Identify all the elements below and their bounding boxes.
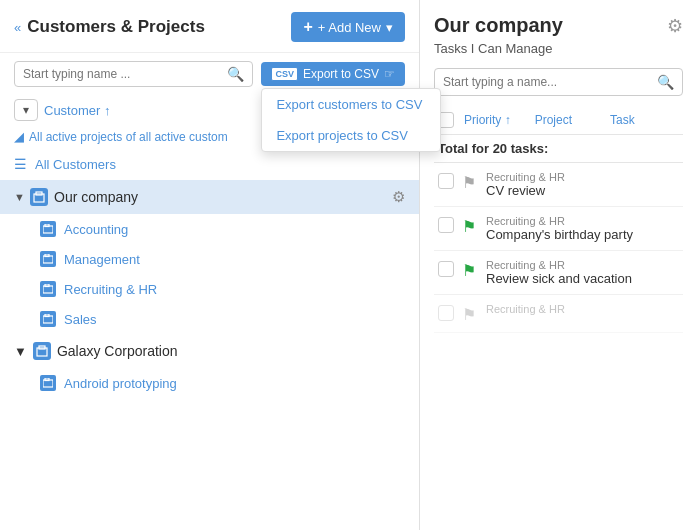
tree-container: ☰ All Customers ▼ Our company ⚙ Accounti… — [0, 148, 419, 530]
task-info: Recruiting & HR — [486, 303, 679, 315]
our-company-row[interactable]: ▼ Our company ⚙ — [0, 180, 419, 214]
svg-rect-7 — [45, 284, 49, 287]
search-export-row: 🔍 CSV Export to CSV ☞ Export customers t… — [0, 53, 419, 95]
svg-rect-3 — [45, 224, 49, 227]
flag-icon: ⚑ — [462, 217, 478, 236]
customer-filter[interactable]: Customer ↑ — [44, 103, 110, 118]
flag-green-icon: ⚑ — [462, 262, 476, 279]
export-customers-item[interactable]: Export customers to CSV — [262, 89, 440, 120]
search-box[interactable]: 🔍 — [14, 61, 253, 87]
right-subtitle: Tasks I Can Manage — [434, 41, 683, 56]
recruiting-label: Recruiting & HR — [64, 282, 157, 297]
export-csv-button[interactable]: CSV Export to CSV ☞ — [261, 62, 405, 86]
task-name: CV review — [486, 183, 679, 198]
left-panel: « Customers & Projects + + Add New ▾ 🔍 C… — [0, 0, 420, 530]
priority-column-header[interactable]: Priority ↑ — [464, 113, 511, 127]
android-project-row[interactable]: Android prototyping — [0, 368, 419, 398]
task-name: Company's birthday party — [486, 227, 679, 242]
right-gear-button[interactable]: ⚙ — [667, 15, 683, 37]
table-header: Priority ↑ Project Task — [434, 106, 683, 135]
sales-project-row[interactable]: Sales — [0, 304, 419, 334]
management-project-row[interactable]: Management — [0, 244, 419, 274]
table-row: ⚑ Recruiting & HR Review sick and vacati… — [434, 251, 683, 295]
table-row: ⚑ Recruiting & HR — [434, 295, 683, 333]
svg-rect-9 — [45, 314, 49, 317]
svg-rect-5 — [45, 254, 49, 257]
project-icon — [40, 251, 56, 267]
search-input[interactable] — [23, 67, 227, 81]
galaxy-company-name: Galaxy Corporation — [57, 343, 405, 359]
project-icon — [40, 281, 56, 297]
funnel-icon: ◢ — [14, 129, 24, 144]
search-icon: 🔍 — [657, 74, 674, 90]
total-row: Total for 20 tasks: — [434, 135, 683, 163]
company-gear-button[interactable]: ⚙ — [392, 188, 405, 206]
task-project: Recruiting & HR — [486, 215, 679, 227]
customer-filter-label: Customer ↑ — [44, 103, 110, 118]
caret-icon: ▼ — [14, 191, 24, 203]
chevron-down-icon: ▾ — [23, 103, 29, 117]
flag-normal-icon: ⚑ — [462, 306, 476, 323]
project-column-header[interactable]: Project — [535, 113, 572, 127]
csv-badge: CSV — [271, 67, 298, 81]
project-icon — [40, 311, 56, 327]
right-panel: Our company ⚙ Tasks I Can Manage 🔍 Prior… — [420, 0, 697, 530]
sales-label: Sales — [64, 312, 97, 327]
task-project: Recruiting & HR — [486, 259, 679, 271]
task-checkbox[interactable] — [438, 305, 454, 321]
export-csv-container: CSV Export to CSV ☞ Export customers to … — [261, 62, 405, 86]
collapse-icon[interactable]: « — [14, 20, 21, 35]
task-info: Recruiting & HR Review sick and vacation — [486, 259, 679, 286]
export-dropdown-menu: Export customers to CSV Export projects … — [261, 88, 441, 152]
task-project: Recruiting & HR — [486, 303, 679, 315]
table-row: ⚑ Recruiting & HR CV review — [434, 163, 683, 207]
filter-description: All active projects of all active custom — [29, 130, 228, 144]
left-header: « Customers & Projects + + Add New ▾ — [0, 0, 419, 53]
flag-icon: ⚑ — [462, 305, 478, 324]
export-csv-label: Export to CSV — [303, 67, 379, 81]
right-header: Our company ⚙ — [434, 14, 683, 37]
android-label: Android prototyping — [64, 376, 177, 391]
our-company-name: Our company — [54, 189, 386, 205]
add-new-label: + Add New — [318, 20, 381, 35]
plus-icon: + — [303, 18, 312, 36]
all-customers-row[interactable]: ☰ All Customers — [0, 148, 419, 180]
project-icon — [40, 375, 56, 391]
search-icon: 🔍 — [227, 66, 244, 82]
recruiting-project-row[interactable]: Recruiting & HR — [0, 274, 419, 304]
management-label: Management — [64, 252, 140, 267]
all-customers-label: All Customers — [35, 157, 116, 172]
accounting-project-row[interactable]: Accounting — [0, 214, 419, 244]
galaxy-company-row[interactable]: ▼ Galaxy Corporation — [0, 334, 419, 368]
task-name: Review sick and vacation — [486, 271, 679, 286]
task-checkbox[interactable] — [438, 173, 454, 189]
right-title: Our company — [434, 14, 563, 37]
right-search-input[interactable] — [443, 75, 651, 89]
project-icon — [40, 221, 56, 237]
task-project: Recruiting & HR — [486, 171, 679, 183]
task-checkbox[interactable] — [438, 261, 454, 277]
company-icon — [30, 188, 48, 206]
task-column-header[interactable]: Task — [610, 113, 635, 127]
flag-icon: ⚑ — [462, 173, 478, 192]
page-title: Customers & Projects — [27, 17, 205, 37]
add-new-button[interactable]: + + Add New ▾ — [291, 12, 405, 42]
title-area: « Customers & Projects — [14, 17, 205, 37]
task-info: Recruiting & HR Company's birthday party — [486, 215, 679, 242]
list-icon: ☰ — [14, 156, 27, 172]
galaxy-icon — [33, 342, 51, 360]
task-info: Recruiting & HR CV review — [486, 171, 679, 198]
table-row: ⚑ Recruiting & HR Company's birthday par… — [434, 207, 683, 251]
export-projects-item[interactable]: Export projects to CSV — [262, 120, 440, 151]
right-search-row[interactable]: 🔍 — [434, 68, 683, 96]
flag-icon: ⚑ — [462, 261, 478, 280]
sort-button[interactable]: ▾ — [14, 99, 38, 121]
flag-normal-icon: ⚑ — [462, 174, 476, 191]
chevron-down-icon: ▾ — [386, 20, 393, 35]
cursor-icon: ☞ — [384, 67, 395, 81]
caret-icon: ▼ — [14, 344, 27, 359]
svg-rect-13 — [45, 378, 49, 381]
task-checkbox[interactable] — [438, 217, 454, 233]
accounting-label: Accounting — [64, 222, 128, 237]
flag-green-icon: ⚑ — [462, 218, 476, 235]
